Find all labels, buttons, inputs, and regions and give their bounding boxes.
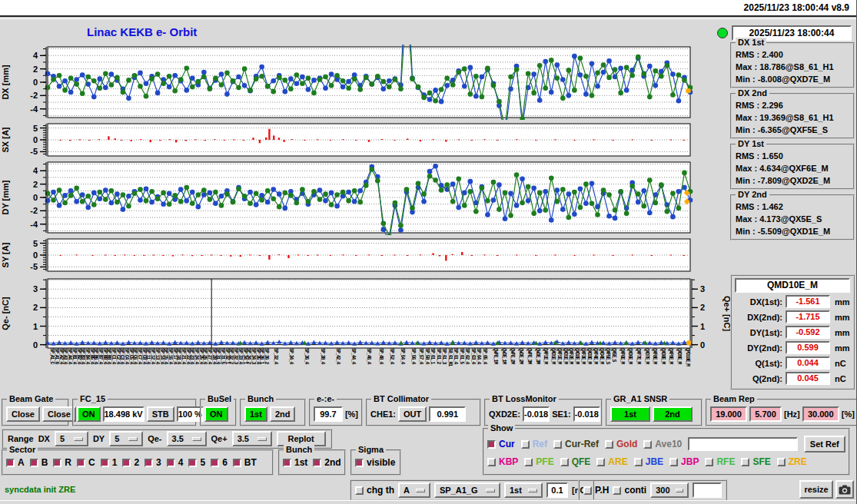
checkbox-are[interactable]: ARE xyxy=(596,456,627,467)
option-menu[interactable]: 5 xyxy=(109,431,143,446)
checkbox-ave10[interactable]: Ave10 xyxy=(643,439,682,449)
option-menu-indicator xyxy=(74,437,83,441)
monitor-row-label: DY(2nd): xyxy=(735,343,782,353)
checkbox-label: conti xyxy=(624,485,646,496)
checkbox-indicator xyxy=(122,459,131,467)
option-menu-indicator xyxy=(416,489,425,492)
checkbox-label: RFE xyxy=(716,456,735,467)
value-field: 5.700 xyxy=(749,406,782,422)
checkbox-r[interactable]: R xyxy=(53,457,71,468)
screenshot-camera-button[interactable] xyxy=(835,480,854,499)
2nd-button[interactable]: 2nd xyxy=(653,406,693,422)
checkbox-a[interactable]: A xyxy=(6,457,25,468)
close-button[interactable]: Close xyxy=(42,406,76,422)
set-ref-button[interactable]: Set Ref xyxy=(804,436,845,453)
frame-title: BT LossMonitor xyxy=(490,394,559,403)
checkbox-6[interactable]: 6 xyxy=(211,457,228,468)
option-menu[interactable]: 300 xyxy=(650,482,689,498)
out-button[interactable]: OUT xyxy=(398,406,427,422)
frame-gr-a1-snsr: GR_A1 SNSR1st2nd xyxy=(606,399,703,426)
option-menu[interactable]: 3.5 xyxy=(232,431,272,446)
checkbox-jbp[interactable]: JBP xyxy=(669,456,699,467)
frame-title: Bunch xyxy=(245,394,276,403)
top-titlebar: 2025/11/23 18:00:44 v8.9 xyxy=(0,0,857,17)
sector-row: SectorABRC123456BTBunch1st2ndSigmavisibl… xyxy=(2,449,401,476)
checkbox-visible[interactable]: visible xyxy=(355,457,395,468)
on-button[interactable]: ON xyxy=(204,406,228,422)
checkbox-kbp[interactable]: KBP xyxy=(487,456,518,467)
value-field[interactable]: 0.1 xyxy=(546,482,568,498)
monitor-row-unit: nC xyxy=(835,374,846,383)
monitor-row-label: Q(1st): xyxy=(735,359,782,368)
ref-name-entry[interactable] xyxy=(688,437,797,451)
option-menu[interactable]: A xyxy=(398,482,430,498)
xaxis-label: SP_57_4 xyxy=(419,348,423,363)
svg-text:0: 0 xyxy=(33,340,38,350)
value-field[interactable] xyxy=(693,482,722,498)
checkbox-sfe[interactable]: SFE xyxy=(741,456,770,467)
checkbox-gold[interactable]: Gold xyxy=(605,439,637,449)
stats-min: Min : -8.008@QXD7E_M xyxy=(736,73,850,85)
checkbox-indicator xyxy=(188,459,197,467)
value-field[interactable]: -0.018 xyxy=(523,406,550,422)
replot-button[interactable]: Replot xyxy=(277,431,326,446)
checkbox-indicator xyxy=(583,486,592,495)
frame-title: Bunch xyxy=(284,445,314,454)
checkbox-1[interactable]: 1 xyxy=(101,457,118,468)
frame-content: ON18.498 kVSTB100 % xyxy=(77,406,192,422)
svg-text:SY [A]: SY [A] xyxy=(1,242,10,267)
option-menu[interactable]: SP_A1_G xyxy=(434,482,500,498)
stb-button[interactable]: STB xyxy=(147,406,174,422)
field-label: QXD2E: xyxy=(489,410,520,419)
2nd-button[interactable]: 2nd xyxy=(270,406,296,422)
option-menu[interactable]: 5 xyxy=(55,431,88,446)
checkbox-p-h[interactable]: P.H xyxy=(583,485,609,496)
stats-rms: RMS : 1.462 xyxy=(736,201,850,213)
checkbox-chg-th[interactable]: chg th xyxy=(355,485,394,496)
xaxis-label: QXD8E_M xyxy=(661,348,665,363)
checkbox-3[interactable]: 3 xyxy=(144,457,161,468)
option-menu-indicator xyxy=(257,437,267,441)
close-button[interactable]: Close xyxy=(6,406,40,422)
svg-text:2: 2 xyxy=(700,303,705,312)
checkbox-pfe[interactable]: PFE xyxy=(524,456,553,467)
1st-button[interactable]: 1st xyxy=(244,406,267,422)
monitor-row-value: 0.044 xyxy=(786,356,830,370)
option-menu-value: 5 xyxy=(60,434,65,443)
checkbox-b[interactable]: B xyxy=(30,457,48,468)
checkbox-5[interactable]: 5 xyxy=(188,457,205,468)
on-button[interactable]: ON xyxy=(77,406,101,422)
checkbox-cur[interactable]: Cur xyxy=(487,439,515,449)
svg-text:2: 2 xyxy=(33,180,38,189)
resize-button[interactable]: resize xyxy=(799,480,833,499)
monitor-row-label: DY(1st): xyxy=(735,328,782,337)
checkbox-rfe[interactable]: RFE xyxy=(705,456,735,467)
checkbox-indicator xyxy=(524,458,533,466)
checkbox-qfe[interactable]: QFE xyxy=(560,456,591,467)
checkbox-4[interactable]: 4 xyxy=(167,457,184,468)
stats-rms: RMS : 1.650 xyxy=(736,150,850,162)
chart-sx: 50-5SX [A] xyxy=(0,121,738,158)
option-menu[interactable]: 3.5 xyxy=(167,431,207,446)
checkbox-zre[interactable]: ZRE xyxy=(777,456,807,467)
xaxis-label: SP_64_4 xyxy=(477,348,480,363)
value-field[interactable]: -0.018 xyxy=(573,406,600,422)
checkbox-ref[interactable]: Ref xyxy=(521,439,547,449)
checkbox-jbe[interactable]: JBE xyxy=(634,456,663,467)
checkbox-2[interactable]: 2 xyxy=(122,457,139,468)
1st-button[interactable]: 1st xyxy=(610,406,650,422)
checkbox-bt[interactable]: BT xyxy=(233,457,257,468)
checkbox-conti[interactable]: conti xyxy=(613,485,646,496)
checkbox-2nd[interactable]: 2nd xyxy=(313,457,340,468)
checkbox-1st[interactable]: 1st xyxy=(283,457,307,468)
checkbox-c[interactable]: C xyxy=(77,457,95,468)
value-field[interactable]: 0.991 xyxy=(429,406,466,422)
checkbox-cur-ref[interactable]: Cur-Ref xyxy=(553,439,599,449)
value-field[interactable]: 99.7 xyxy=(314,406,343,422)
chart-dx: 420-2-4DX [mm] xyxy=(0,45,738,120)
option-menu[interactable]: 1st xyxy=(504,482,543,498)
checkbox-indicator xyxy=(741,458,749,466)
value-field[interactable]: 18.498 kV xyxy=(103,406,144,422)
xaxis-label: QXD7E_M xyxy=(645,348,649,363)
stats-max: Max : 4.173@QX5E_S xyxy=(736,213,850,225)
